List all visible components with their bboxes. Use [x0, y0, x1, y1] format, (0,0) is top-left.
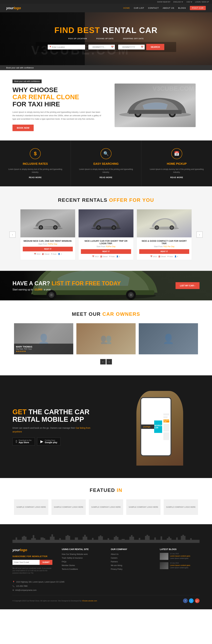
using-link-how[interactable]: How Car Sharing Website work	[62, 553, 88, 555]
svg-point-20	[156, 226, 158, 229]
dropping-label: Dropping Off Date	[123, 38, 144, 40]
rent-button-1[interactable]: RENT IT	[23, 247, 73, 252]
search-button[interactable]: Search	[146, 44, 164, 50]
app-image: yourlogo SEARCH CAR SEARCH CAR	[112, 388, 199, 466]
why-title-line3: for taxi hire	[13, 101, 101, 108]
newsletter-form: SUBMIT	[13, 560, 52, 565]
location-input[interactable]	[48, 45, 85, 50]
coming-soon-label: Coming Soon	[45, 439, 57, 441]
app-section: GET THE CARTHE CAR RENTAL MOBILE APP Dri…	[0, 375, 212, 478]
using-link-faq[interactable]: FAQs	[62, 560, 66, 563]
blog-title-2[interactable]: Lorem Ipsum content goes	[170, 564, 199, 566]
facebook-icon[interactable]: f	[183, 598, 188, 603]
rental-card-1: MEDIUM NICE CAR, ONE DAY RENT MINIMUM. S…	[20, 209, 75, 260]
rental-name-2: NICE LUXURY CAR FOR SHORT TRIP OR LOGIN …	[81, 240, 131, 245]
list-car-title: HAVE A CAR? LIST IT FOR FREE TODAY	[13, 280, 121, 287]
footer-logo: yourlogo	[13, 548, 52, 552]
feature-search: 🔍 Easy Searching Lorem Ipsum is simply d…	[71, 140, 142, 186]
email-address: info@companyname.com	[15, 588, 37, 592]
carousel-prev[interactable]: ‹	[9, 232, 16, 238]
rentals-offer: OFFER FOR YOU	[109, 197, 154, 203]
meta-year-1: 📅2013	[34, 253, 40, 255]
copyright-link[interactable]: V3cube.wixsite.com	[82, 600, 97, 602]
blog-item-2: 10 July 2016 Lorem Ipsum content goes Lo…	[160, 562, 199, 569]
footer-using-col: USING CAR RENTAL SITE How Car Sharing We…	[62, 548, 101, 574]
twitter-icon[interactable]: t	[189, 598, 194, 603]
using-link-terms[interactable]: Terms & Conditions	[62, 568, 78, 570]
login-link[interactable]: LOGIN / SIGN UP	[195, 1, 209, 3]
nav-blogs[interactable]: BLOGS	[178, 7, 186, 9]
language-select[interactable]: ENGLISH	[173, 1, 183, 3]
pickup-date-field: 📅	[88, 45, 115, 50]
app-text: GET THE CARTHE CAR RENTAL MOBILE APP Dri…	[13, 408, 100, 445]
using-link-track[interactable]: Track Safety & Insurance	[62, 557, 83, 559]
app-store-label: App Store	[19, 441, 32, 444]
company-link-hiring[interactable]: We are Hiring	[111, 564, 122, 566]
company-link-privacy[interactable]: Privacy Policy	[111, 568, 123, 570]
pickup-icon: 📅	[171, 148, 182, 159]
svg-rect-7	[129, 110, 182, 114]
owner-card-1: 👤 MARY THOMAS Day Rate: ₹20 / hour ★★★★★	[14, 323, 73, 354]
footer-address: 📍 1010 Highway 160, Lorem Ipsum, Lorem i…	[13, 580, 199, 592]
using-link-stories[interactable]: Member Stories	[62, 564, 75, 566]
svg-point-17	[113, 226, 115, 229]
android-icon: ▶	[40, 439, 43, 444]
nav-post-car[interactable]: POST CAR	[190, 6, 206, 10]
navbar: yourlogo HOME CAR LIST CONTACT ABOUT US …	[0, 4, 212, 12]
newsletter-submit[interactable]: SUBMIT	[40, 560, 52, 565]
meta-seats-2: 👤6	[116, 256, 120, 258]
dropoff-date-field: 📅	[118, 45, 145, 50]
rentals-section: RECENT RENTALS OFFER FOR YOU ‹	[0, 186, 212, 271]
nav-home[interactable]: HOME	[123, 7, 130, 9]
owners-prev[interactable]: ‹	[100, 359, 106, 364]
nav-car-list[interactable]: CAR LIST	[134, 7, 144, 9]
googleplus-icon[interactable]: g+	[195, 598, 199, 603]
phone-icon: 📞	[13, 584, 15, 588]
company-link-careers[interactable]: Careers	[111, 557, 118, 559]
price-label-3: Start From	[154, 246, 163, 248]
owner-name: MARY THOMAS	[16, 346, 71, 348]
why-title-line1: WHY CHOOSE	[13, 86, 101, 94]
dollar-icon: $	[34, 151, 37, 156]
play-store-text: Coming Soon Google play	[45, 439, 57, 444]
nav-links: HOME CAR LIST CONTACT ABOUT US BLOGS POS…	[123, 6, 206, 10]
currency-select[interactable]: USD	[186, 1, 193, 3]
search-icon: 🔍	[100, 148, 112, 159]
meta-trans-1: ⚙Auto	[51, 253, 57, 255]
rental-cards: MEDIUM NICE CAR, ONE DAY RENT MINIMUM. S…	[20, 209, 192, 260]
newsletter-input[interactable]	[13, 560, 40, 565]
featured-in: IN	[117, 487, 122, 493]
rent-button-2[interactable]: RENT IT	[81, 249, 131, 254]
company-link-partners[interactable]: Partners	[111, 560, 118, 563]
nav-about[interactable]: ABOUT US	[163, 7, 174, 9]
svg-point-12	[54, 226, 57, 229]
play-store-btn[interactable]: ▶ Coming Soon Google play	[37, 438, 60, 445]
list-car-section: HAVE A CAR? LIST IT FOR FREE TODAY Start…	[0, 271, 212, 300]
logo[interactable]: yourlogo	[6, 6, 21, 10]
book-now-button[interactable]: Book Now	[13, 124, 34, 131]
confidence-text: Book your cab with confidence	[6, 66, 34, 69]
feature-link-search[interactable]: READ MORE	[99, 176, 113, 178]
blog-title-1[interactable]: Lorem Ipsum content goes	[170, 555, 199, 557]
blog-thumb-2	[160, 562, 168, 569]
owner-rate: Day Rate: ₹20 / hour	[16, 348, 71, 350]
feature-desc-search: Lorem Ipsum is simply dummy text of the …	[77, 168, 135, 174]
rent-button-3[interactable]: RENT IT	[139, 249, 189, 254]
using-links: How Car Sharing Website work Track Safet…	[62, 553, 101, 570]
carousel-next[interactable]: ›	[196, 232, 203, 238]
why-image: V3CUBE.COM	[111, 84, 199, 127]
list-my-car-button[interactable]: LIST MY CAR ›	[175, 282, 199, 289]
owners-next[interactable]: ›	[107, 359, 112, 364]
meta-trans-3: ⚙Auto	[167, 256, 173, 258]
nav-contact[interactable]: CONTACT	[148, 7, 159, 9]
featured-logos: SAMPLE COMPANY LOGO HERE SAMPLE COMPANY …	[13, 499, 199, 515]
svg-point-27	[50, 294, 53, 296]
company-link-about[interactable]: About Us	[111, 553, 119, 555]
feature-link-rates[interactable]: READ MORE	[29, 176, 42, 178]
feature-link-pickup[interactable]: READ MORE	[170, 176, 183, 178]
app-store-btn[interactable]:  Download on the App Store	[13, 438, 35, 445]
footer-company-col: OUR COMPANY About Us Careers Partners We…	[111, 548, 151, 574]
meta-year-2: 📅2013	[92, 256, 98, 258]
app-desc: Driver can search and book on the go. Ow…	[13, 426, 100, 434]
show-nearby[interactable]: SHOW NEAR BY	[157, 1, 171, 3]
